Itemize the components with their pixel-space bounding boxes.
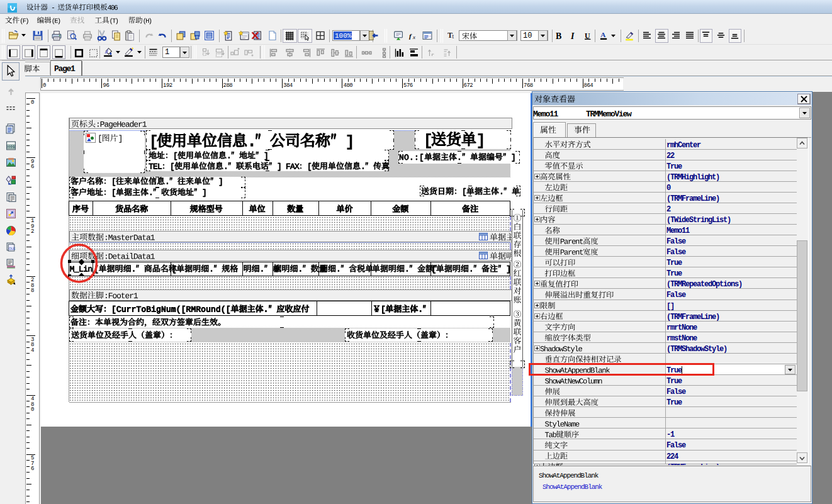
svg-text:A: A: [600, 31, 606, 38]
svg-text:B: B: [556, 31, 561, 41]
svg-text:t: t: [453, 33, 454, 40]
svg-text:U: U: [585, 31, 590, 40]
svg-text:OLE: OLE: [9, 246, 16, 250]
svg-text:I: I: [570, 31, 575, 41]
svg-text:f: f: [409, 32, 412, 40]
svg-text:x: x: [412, 34, 415, 40]
